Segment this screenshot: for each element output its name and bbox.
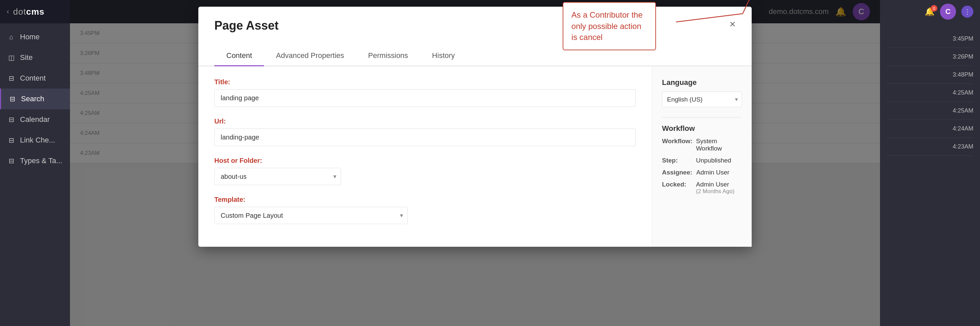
right-menu-button[interactable]: ⋮: [961, 6, 973, 17]
calendar-icon: ⊟: [7, 116, 15, 123]
language-select-wrapper: English (US) Spanish French ▾: [662, 92, 742, 107]
page-asset-modal: Page Asset As a Contributor the only pos…: [198, 7, 752, 247]
back-button[interactable]: ‹: [7, 7, 9, 16]
workflow-row-workflow: Workflow: System Workflow: [662, 138, 742, 152]
modal-close-button[interactable]: ×: [729, 19, 736, 29]
modal-overlay: Page Asset As a Contributor the only pos…: [70, 0, 880, 326]
assignee-value: Admin User: [696, 169, 729, 176]
language-select[interactable]: English (US) Spanish French: [662, 92, 742, 107]
locked-sub: (2 Months Ago): [696, 188, 734, 195]
right-time-1: 3:45PM: [887, 30, 973, 48]
sidebar-label-calendar: Calendar: [20, 115, 50, 124]
title-label: Title:: [214, 78, 636, 86]
right-user-avatar[interactable]: C: [940, 4, 956, 20]
step-value: Unpublished: [696, 157, 731, 164]
locked-label: Locked:: [662, 181, 692, 195]
right-content: 3:45PM 3:26PM 3:48PM 4:25AM 4:25AM 4:24A…: [880, 23, 980, 163]
sidebar-item-link-checker[interactable]: ⊟ Link Che...: [0, 130, 70, 150]
language-section-title: Language: [662, 78, 742, 87]
language-section: Language English (US) Spanish French ▾: [662, 78, 742, 107]
logo: dotcms: [13, 7, 45, 17]
modal-body: Title: Url: Host or Folder: about-us: [198, 66, 752, 247]
home-icon: ⌂: [7, 33, 15, 41]
tab-history[interactable]: History: [420, 46, 467, 66]
modal-header-content: Page Asset As a Contributor the only pos…: [214, 19, 729, 33]
tab-permissions[interactable]: Permissions: [356, 46, 420, 66]
right-time-6: 4:24AM: [887, 120, 973, 138]
host-select-wrapper: about-us ▾: [214, 168, 341, 185]
template-select[interactable]: Custom Page Layout: [214, 207, 408, 224]
workflow-value: System Workflow: [696, 138, 742, 152]
sidebar-item-content[interactable]: ⊟ Content: [0, 68, 70, 89]
types-icon: ⊟: [7, 157, 15, 165]
modal-sidebar-panel: Language English (US) Spanish French ▾: [652, 66, 752, 247]
host-label: Host or Folder:: [214, 157, 636, 165]
sidebar-nav: ⌂ Home ◫ Site ⊟ Content ⊟ Search ⊟ Calen…: [0, 23, 70, 171]
search-icon: ⊟: [8, 95, 16, 103]
step-label: Step:: [662, 157, 692, 164]
sidebar-divider: [662, 117, 742, 117]
sidebar-label-link: Link Che...: [20, 136, 55, 144]
host-select[interactable]: about-us: [214, 168, 341, 185]
tab-advanced-properties[interactable]: Advanced Properties: [264, 46, 356, 66]
sidebar-item-search[interactable]: ⊟ Search: [0, 89, 70, 109]
modal-tabs: Content Advanced Properties Permissions …: [198, 39, 752, 66]
content-icon: ⊟: [7, 74, 15, 82]
callout-box: As a Contributor the only possible actio…: [563, 2, 656, 50]
sidebar-label-site: Site: [20, 53, 33, 62]
right-time-7: 4:23AM: [887, 138, 973, 156]
sidebar-item-home[interactable]: ⌂ Home: [0, 27, 70, 47]
logo-cms: cms: [26, 7, 45, 17]
template-select-wrapper: Custom Page Layout ▾: [214, 207, 408, 224]
sidebar-item-calendar[interactable]: ⊟ Calendar: [0, 109, 70, 130]
workflow-row-step: Step: Unpublished: [662, 157, 742, 164]
logo-dot: dot: [13, 7, 26, 17]
link-icon: ⊟: [7, 136, 15, 144]
modal-header: Page Asset As a Contributor the only pos…: [198, 7, 752, 33]
right-time-3: 3:48PM: [887, 66, 973, 84]
right-time-5: 4:25AM: [887, 102, 973, 120]
right-time-2: 3:26PM: [887, 48, 973, 66]
main-content: demo.dotcms.com 🔔 C 3:45PM 3:26PM 3:48PM…: [70, 0, 880, 326]
sidebar-item-site[interactable]: ◫ Site: [0, 47, 70, 68]
template-label: Template:: [214, 196, 636, 203]
right-panel: 🔔 0 C ⋮ 3:45PM 3:26PM 3:48PM 4:25AM 4:25…: [880, 0, 980, 326]
workflow-label: Workflow:: [662, 138, 692, 152]
url-input[interactable]: [214, 128, 636, 146]
modal-form: Title: Url: Host or Folder: about-us: [198, 66, 652, 247]
sidebar-label-search: Search: [21, 95, 45, 103]
sidebar-label-content: Content: [20, 74, 46, 82]
title-input[interactable]: [214, 89, 636, 107]
url-label: Url:: [214, 117, 636, 125]
notification-count: 0: [931, 5, 937, 12]
site-icon: ◫: [7, 54, 15, 62]
sidebar: ‹ dotcms ⌂ Home ◫ Site ⊟ Content ⊟ Searc…: [0, 0, 70, 326]
assignee-label: Assignee:: [662, 169, 692, 176]
right-topbar: 🔔 0 C ⋮: [880, 0, 980, 23]
svg-line-1: [743, 0, 756, 14]
right-time-4: 4:25AM: [887, 84, 973, 102]
sidebar-header: ‹ dotcms: [0, 0, 70, 23]
locked-value-group: Admin User (2 Months Ago): [696, 181, 734, 195]
callout-text: As a Contributor the only possible actio…: [571, 10, 642, 42]
workflow-row-locked: Locked: Admin User (2 Months Ago): [662, 181, 742, 195]
workflow-section: Workflow Workflow: System Workflow Step:…: [662, 124, 742, 195]
tab-content[interactable]: Content: [214, 46, 264, 66]
workflow-row-assignee: Assignee: Admin User: [662, 169, 742, 176]
sidebar-label-home: Home: [20, 33, 40, 41]
right-notification-bell[interactable]: 🔔 0: [925, 7, 935, 16]
host-field-group: Host or Folder: about-us ▾: [214, 157, 636, 185]
template-field-group: Template: Custom Page Layout ▾: [214, 196, 636, 224]
sidebar-item-types-tags[interactable]: ⊟ Types & Ta...: [0, 150, 70, 171]
sidebar-label-types: Types & Ta...: [20, 157, 62, 165]
url-field-group: Url:: [214, 117, 636, 146]
title-field-group: Title:: [214, 78, 636, 107]
locked-value: Admin User: [696, 181, 734, 188]
workflow-section-title: Workflow: [662, 124, 742, 133]
